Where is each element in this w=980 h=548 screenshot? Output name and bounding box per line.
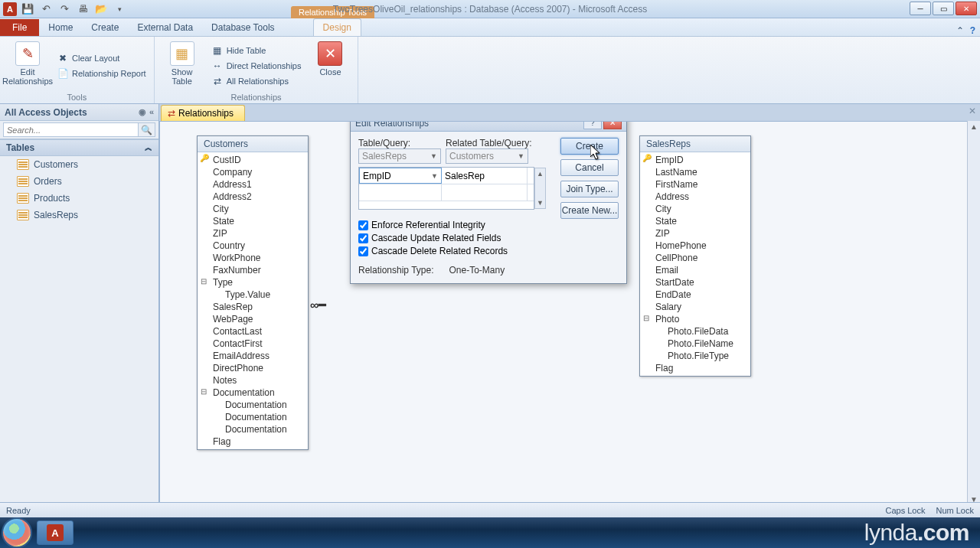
open-icon[interactable]: 📂	[93, 2, 109, 17]
vertical-scrollbar[interactable]: ▲▼	[967, 121, 980, 505]
field-item[interactable]: Flag	[198, 435, 308, 448]
field-item[interactable]: CellPhone	[640, 252, 750, 264]
show-table-button[interactable]: ▦ Show Table	[161, 40, 204, 91]
tab-create[interactable]: Create	[82, 19, 128, 36]
field-item[interactable]: LastName	[640, 166, 750, 178]
field-item[interactable]: State	[640, 215, 750, 227]
field-item[interactable]: EmpID	[640, 154, 750, 166]
navitem-products[interactable]: Products	[0, 190, 158, 207]
navitem-salesreps[interactable]: SalesReps	[0, 207, 158, 223]
field-item[interactable]: ContactFirst	[198, 338, 308, 350]
tab-home[interactable]: Home	[39, 19, 82, 36]
field-item[interactable]: Documentation	[198, 411, 308, 423]
navgroup-tables[interactable]: Tables︽	[0, 139, 158, 156]
tab-external-data[interactable]: External Data	[128, 19, 202, 36]
search-input[interactable]	[3, 122, 139, 137]
field-item[interactable]: CustID	[198, 154, 308, 166]
tablebox-salesreps[interactable]: SalesReps EmpIDLastNameFirstNameAddressC…	[639, 135, 751, 377]
create-new-button[interactable]: Create New...	[560, 202, 619, 219]
tab-file[interactable]: File	[0, 19, 39, 36]
field-item[interactable]: Flag	[640, 362, 750, 374]
field-mapping-grid[interactable]: EmpID▼ SalesRep ▲▼	[358, 167, 534, 210]
field-item[interactable]: Country	[198, 240, 308, 252]
field-item[interactable]: WorkPhone	[198, 252, 308, 264]
field-item[interactable]: ZIP	[198, 227, 308, 240]
create-button[interactable]: Create	[560, 138, 619, 155]
close-relationships-button[interactable]: ✕ Close	[309, 40, 351, 91]
direct-relationships-button[interactable]: ↔Direct Relationships	[210, 59, 303, 73]
field-item[interactable]: Type	[198, 276, 308, 289]
dialog-help-button[interactable]: ?	[583, 121, 602, 129]
field-item[interactable]: ContactLast	[198, 325, 308, 338]
ribbon-minimize-icon[interactable]: ⌃	[956, 25, 964, 36]
field-item[interactable]: Email	[640, 264, 750, 276]
related-table-query-dropdown[interactable]: Customers▼	[446, 148, 528, 164]
field-item[interactable]: Salary	[640, 301, 750, 313]
field-item[interactable]: FirstName	[640, 178, 750, 191]
cascade-delete-checkbox[interactable]: Cascade Delete Related Records	[358, 246, 619, 256]
field-item[interactable]: DirectPhone	[198, 362, 308, 374]
navpane-collapse-icon[interactable]: «	[149, 107, 154, 117]
field-item[interactable]: Address	[640, 191, 750, 203]
close-tab-button[interactable]: ✕	[966, 106, 978, 118]
relationship-report-button[interactable]: 📄Relationship Report	[55, 67, 148, 80]
dialog-close-button[interactable]: ✕	[603, 121, 622, 129]
tab-relationships[interactable]: ⇄Relationships	[161, 105, 245, 121]
field-item[interactable]: Company	[198, 166, 308, 178]
cancel-button[interactable]: Cancel	[560, 159, 619, 176]
navpane-header[interactable]: All Access Objects ◉«	[0, 104, 158, 121]
field-item[interactable]: State	[198, 215, 308, 227]
field-item[interactable]: EmailAddress	[198, 350, 308, 362]
dialog-titlebar[interactable]: Edit Relationships ? ✕	[351, 121, 626, 132]
maximize-button[interactable]: ▭	[933, 2, 954, 15]
map-left-empty[interactable]	[359, 184, 442, 201]
minimize-button[interactable]: ─	[910, 2, 931, 15]
field-item[interactable]: StartDate	[640, 276, 750, 289]
field-item[interactable]: Documentation	[198, 399, 308, 411]
field-item[interactable]: Notes	[198, 374, 308, 387]
hide-table-button[interactable]: ▦Hide Table	[210, 44, 303, 57]
mapgrid-scrollbar[interactable]: ▲▼	[534, 168, 546, 209]
field-item[interactable]: EndDate	[640, 289, 750, 301]
field-item[interactable]: Photo.FileName	[640, 338, 750, 350]
taskbar-access-button[interactable]: A	[37, 520, 74, 545]
redo-icon[interactable]: ↷	[57, 2, 72, 17]
field-item[interactable]: WebPage	[198, 313, 308, 325]
map-left-field[interactable]: EmpID▼	[359, 168, 442, 184]
map-right-field[interactable]: SalesRep	[442, 168, 528, 184]
field-item[interactable]: Photo.FileData	[640, 325, 750, 338]
field-item[interactable]: HomePhone	[640, 240, 750, 252]
search-button[interactable]: 🔍	[139, 122, 155, 137]
field-item[interactable]: Photo.FileType	[640, 350, 750, 362]
edit-relationships-button[interactable]: ✎ Edit Relationships	[6, 40, 49, 91]
undo-icon[interactable]: ↶	[38, 2, 54, 17]
clear-layout-button[interactable]: ✖Clear Layout	[55, 51, 148, 65]
navpane-filter-icon[interactable]: ◉	[139, 107, 146, 117]
field-item[interactable]: Address1	[198, 178, 308, 191]
tab-database-tools[interactable]: Database Tools	[202, 19, 284, 36]
all-relationships-button[interactable]: ⇄All Relationships	[210, 74, 303, 88]
field-item[interactable]: Address2	[198, 191, 308, 203]
relationships-canvas[interactable]: Customers CustIDCompanyAddress1Address2C…	[159, 121, 980, 505]
field-item[interactable]: City	[640, 203, 750, 215]
qat-more-icon[interactable]: ▾	[112, 2, 127, 17]
field-item[interactable]: Photo	[640, 313, 750, 325]
field-item[interactable]: Type.Value	[198, 289, 308, 301]
join-type-button[interactable]: Join Type...	[560, 181, 619, 197]
field-item[interactable]: Documentation	[198, 387, 308, 399]
enforce-integrity-checkbox[interactable]: Enforce Referential Integrity	[358, 220, 619, 230]
field-item[interactable]: City	[198, 203, 308, 215]
tab-design[interactable]: Design	[313, 18, 361, 36]
print-icon[interactable]: 🖶	[75, 2, 90, 17]
tablebox-customers[interactable]: Customers CustIDCompanyAddress1Address2C…	[197, 135, 309, 450]
navitem-customers[interactable]: Customers	[0, 156, 158, 173]
start-button[interactable]	[2, 517, 32, 548]
navitem-orders[interactable]: Orders	[0, 173, 158, 190]
field-item[interactable]: SalesRep	[198, 301, 308, 313]
field-item[interactable]: Documentation	[198, 423, 308, 435]
field-item[interactable]: FaxNumber	[198, 264, 308, 276]
map-right-empty[interactable]	[442, 184, 528, 201]
close-window-button[interactable]: ✕	[956, 2, 977, 15]
field-item[interactable]: ZIP	[640, 227, 750, 240]
save-icon[interactable]: 💾	[20, 2, 35, 17]
